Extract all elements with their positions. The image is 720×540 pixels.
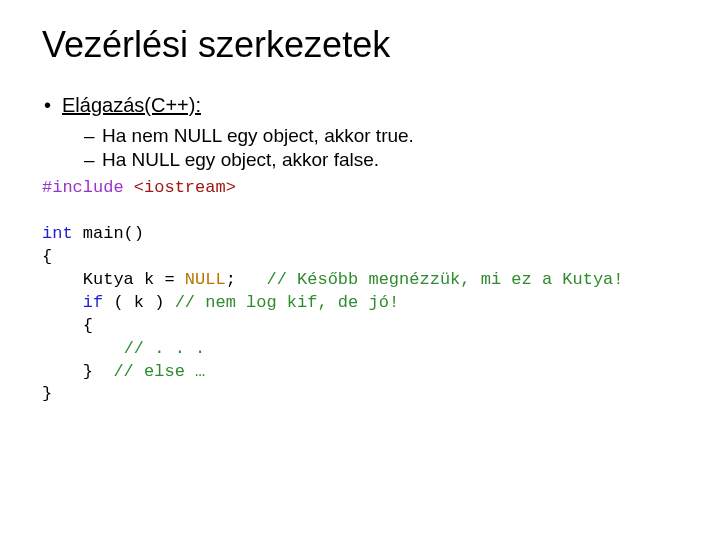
semi: ; (226, 270, 267, 289)
sub1-text: Ha nem NULL egy object, akkor true. (102, 125, 414, 146)
brace-close: } (42, 384, 52, 403)
comment: // Később megnézzük, mi ez a Kutya! (266, 270, 623, 289)
brace-close: } (42, 362, 113, 381)
indent (42, 339, 124, 358)
comment: // nem log kif, de jó! (175, 293, 399, 312)
keyword-if: if (83, 293, 103, 312)
null-literal: NULL (185, 270, 226, 289)
decl: Kutya k = (42, 270, 185, 289)
preproc: #include (42, 178, 124, 197)
slide-title: Vezérlési szerkezetek (42, 24, 678, 66)
cond: ( k ) (103, 293, 174, 312)
comment: // else … (113, 362, 205, 381)
keyword-int: int (42, 224, 73, 243)
brace-open: { (42, 316, 93, 335)
bullet-level2: –Ha nem NULL egy object, akkor true. (42, 125, 678, 147)
include-path: <iostream> (134, 178, 236, 197)
comment: // . . . (124, 339, 206, 358)
sub2-text: Ha NULL egy object, akkor false. (102, 149, 379, 170)
dash-marker: – (84, 125, 102, 147)
bullet-level1: •Elágazás(C++): (42, 94, 678, 117)
code-block: #include <iostream> int main() { Kutya k… (42, 177, 678, 406)
brace-open: { (42, 247, 52, 266)
bullet-list: •Elágazás(C++): –Ha nem NULL egy object,… (42, 94, 678, 171)
bullet-level2: –Ha NULL egy object, akkor false. (42, 149, 678, 171)
dash-marker: – (84, 149, 102, 171)
bullet1-text: Elágazás(C++): (62, 94, 201, 116)
indent (42, 293, 83, 312)
fn-sig: main() (73, 224, 144, 243)
bullet-marker: • (44, 94, 62, 117)
